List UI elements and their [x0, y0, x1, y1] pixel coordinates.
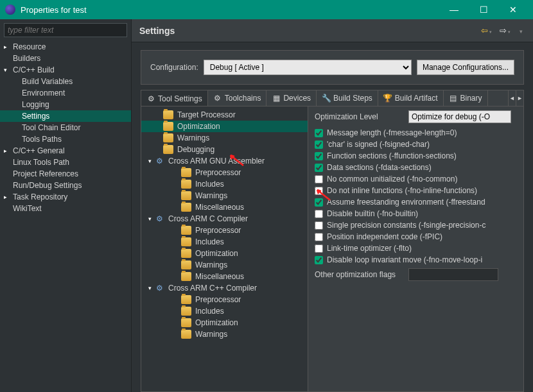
checkbox-opt-1[interactable]	[315, 141, 323, 149]
tab-label: Binary	[460, 94, 482, 103]
folder-icon	[181, 249, 191, 258]
close-button[interactable]: ✕	[498, 0, 528, 19]
nav-item-label: Tools Paths	[22, 135, 62, 144]
tree-item-target-processor[interactable]: Target Processor	[141, 109, 308, 121]
chevron-right-icon[interactable]: ▸	[4, 194, 13, 200]
tree-item-optimization[interactable]: Optimization	[141, 248, 308, 259]
nav-item-tool-chain-editor[interactable]: Tool Chain Editor	[0, 122, 131, 133]
nav-item-linux-tools-path[interactable]: Linux Tools Path	[0, 157, 131, 168]
tree-item-label: Optimization	[195, 249, 238, 258]
folder-icon	[181, 307, 191, 316]
nav-item-wikitext[interactable]: WikiText	[0, 203, 131, 214]
checkbox-opt-4[interactable]	[315, 175, 323, 183]
nav-item-environment[interactable]: Environment	[0, 87, 131, 99]
nav-item-c-c-build[interactable]: ▾C/C++ Build	[0, 64, 131, 76]
chevron-down-icon[interactable]: ▾	[145, 158, 154, 164]
tab-binary[interactable]: ▤Binary	[444, 90, 488, 107]
nav-item-run-debug-settings[interactable]: Run/Debug Settings	[0, 180, 131, 191]
tree-item-cross-arm-gnu-assembler[interactable]: ▾⚙Cross ARM GNU Assembler	[141, 155, 308, 167]
tree-item-label: Optimization	[177, 122, 220, 131]
tree-item-cross-arm-c-compiler[interactable]: ▾⚙Cross ARM C++ Compiler	[141, 282, 308, 294]
tree-item-warnings[interactable]: Warnings	[141, 259, 308, 271]
minimize-button[interactable]: —	[439, 0, 469, 19]
tab-label: Build Steps	[333, 94, 372, 103]
tree-item-preprocessor[interactable]: Preprocessor	[141, 167, 308, 178]
tree-item-cross-arm-c-compiler[interactable]: ▾⚙Cross ARM C Compiler	[141, 213, 308, 225]
tab-build-steps[interactable]: 🔧Build Steps	[317, 90, 378, 107]
gear-icon: ⚙	[154, 157, 164, 166]
checkbox-opt-10[interactable]	[315, 244, 323, 253]
chevron-down-icon[interactable]: ▾	[4, 67, 13, 73]
tree-item-includes[interactable]: Includes	[141, 305, 308, 317]
tree-item-preprocessor[interactable]: Preprocessor	[141, 225, 308, 236]
checkbox-opt-0[interactable]	[315, 129, 323, 137]
tree-item-miscellaneous[interactable]: Miscellaneous	[141, 201, 308, 213]
checkbox-label: 'char' is signed (-fsigned-char)	[327, 140, 430, 149]
other-flags-input[interactable]	[408, 268, 498, 281]
chevron-right-icon[interactable]: ▸	[4, 44, 13, 50]
checkbox-opt-8[interactable]	[315, 221, 323, 230]
checkbox-opt-9[interactable]	[315, 233, 323, 241]
tree-item-label: Warnings	[195, 191, 227, 200]
nav-item-label: C/C++ Build	[13, 65, 55, 74]
nav-item-build-variables[interactable]: Build Variables	[0, 76, 131, 87]
tree-item-warnings[interactable]: Warnings	[141, 190, 308, 201]
gear-icon: ⚙	[154, 214, 164, 223]
build-steps-icon: 🔧	[322, 94, 331, 103]
tree-item-preprocessor[interactable]: Preprocessor	[141, 294, 308, 305]
nav-item-resource[interactable]: ▸Resource	[0, 41, 131, 53]
nav-item-label: WikiText	[13, 204, 42, 213]
nav-item-builders[interactable]: Builders	[0, 53, 131, 64]
tree-item-label: Cross ARM C Compiler	[168, 214, 248, 223]
tree-item-optimization[interactable]: Optimization	[141, 317, 308, 328]
tab-scroll-left[interactable]: ◄	[508, 90, 516, 107]
checkbox-opt-11[interactable]	[315, 256, 323, 264]
tree-item-warnings[interactable]: Warnings	[141, 132, 308, 144]
nav-forward-button[interactable]: ⇨▾	[497, 24, 513, 37]
other-flags-label: Other optimization flags	[315, 270, 405, 279]
folder-icon	[181, 318, 191, 327]
tree-item-optimization[interactable]: Optimization	[141, 121, 308, 132]
maximize-button[interactable]: ☐	[469, 0, 498, 19]
tree-item-debugging[interactable]: Debugging	[141, 144, 308, 155]
checkbox-label: No common unitialized (-fno-common)	[327, 175, 457, 183]
chevron-down-icon[interactable]: ▾	[145, 216, 154, 222]
tab-build-artifact[interactable]: 🏆Build Artifact	[378, 90, 444, 107]
nav-item-tools-paths[interactable]: Tools Paths	[0, 133, 131, 145]
nav-item-settings[interactable]: Settings	[0, 110, 131, 122]
tree-item-label: Warnings	[195, 330, 227, 339]
configuration-select[interactable]: Debug [ Active ]	[204, 60, 412, 75]
checkbox-opt-7[interactable]	[315, 210, 323, 218]
nav-item-c-c-general[interactable]: ▸C/C++ General	[0, 145, 131, 157]
nav-item-logging[interactable]: Logging	[0, 99, 131, 110]
tab-tool-settings[interactable]: ⚙Tool Settings	[141, 90, 208, 107]
tree-item-includes[interactable]: Includes	[141, 178, 308, 190]
checkbox-opt-5[interactable]	[315, 187, 323, 195]
checkbox-opt-3[interactable]	[315, 164, 323, 172]
optimization-level-select[interactable]	[408, 110, 511, 123]
folder-icon	[181, 330, 191, 339]
filter-input[interactable]	[4, 23, 127, 37]
tree-item-warnings[interactable]: Warnings	[141, 328, 308, 340]
nav-item-label: Environment	[22, 89, 65, 98]
checkbox-opt-6[interactable]	[315, 198, 323, 207]
checkbox-label: Function sections (-ffunction-sections)	[327, 151, 457, 160]
tree-item-label: Preprocessor	[195, 226, 241, 235]
folder-icon	[181, 295, 191, 304]
manage-configurations-button[interactable]: Manage Configurations...	[417, 60, 514, 75]
view-menu-button[interactable]: ▾	[516, 24, 525, 37]
tree-item-includes[interactable]: Includes	[141, 236, 308, 248]
window-title: Properties for test	[21, 5, 439, 15]
chevron-right-icon[interactable]: ▸	[4, 148, 13, 154]
nav-item-task-repository[interactable]: ▸Task Repository	[0, 191, 131, 203]
tab-scroll-right[interactable]: ►	[516, 90, 523, 107]
nav-item-project-references[interactable]: Project References	[0, 168, 131, 180]
chevron-down-icon[interactable]: ▾	[145, 285, 154, 291]
tree-item-miscellaneous[interactable]: Miscellaneous	[141, 271, 308, 282]
nav-item-label: Settings	[22, 112, 49, 121]
tab-toolchains[interactable]: ⚙Toolchains	[208, 90, 267, 107]
nav-back-button[interactable]: ⇦▾	[478, 24, 494, 37]
checkbox-opt-2[interactable]	[315, 152, 323, 160]
folder-icon	[181, 226, 191, 235]
tab-devices[interactable]: ▦Devices	[266, 90, 317, 107]
